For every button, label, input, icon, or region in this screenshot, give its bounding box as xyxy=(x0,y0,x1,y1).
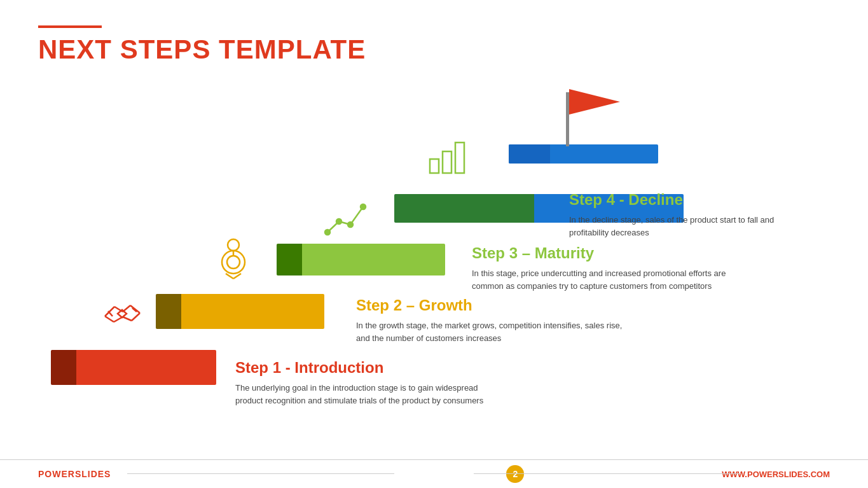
step4-bar-dark xyxy=(394,194,534,223)
handshake-icon xyxy=(99,294,146,335)
step1-label: Step 1 - Introduction The underlying goa… xyxy=(235,359,502,407)
step3-bar xyxy=(277,244,445,275)
header-accent-line xyxy=(38,25,102,28)
svg-point-18 xyxy=(325,230,330,235)
step4-description: In the decline stage, sales of the produ… xyxy=(569,214,798,239)
step2-description: In the growth stage, the market grows, c… xyxy=(356,319,630,344)
step3-title: Step 3 – Maturity xyxy=(472,244,752,262)
step1-title: Step 1 - Introduction xyxy=(235,359,502,377)
step3-bar-main xyxy=(302,244,445,275)
step2-title: Step 2 – Growth xyxy=(356,296,630,314)
page-title: NEXT STEPS TEMPLATE xyxy=(38,34,366,65)
step2-bar xyxy=(156,294,324,329)
footer-line-right xyxy=(474,473,741,475)
bar-chart-icon xyxy=(425,134,476,178)
step1-bar-dark xyxy=(51,350,76,385)
platform-dark-block xyxy=(509,144,550,164)
step4-title: Step 4 - Decline xyxy=(569,191,798,209)
title-part2: TEMPLATE xyxy=(219,34,366,64)
brand-part1: POWER xyxy=(38,469,75,479)
brand-part2: SLIDES xyxy=(75,469,111,479)
svg-point-20 xyxy=(348,222,353,227)
step4-label: Step 4 - Decline In the decline stage, s… xyxy=(569,191,798,239)
brand-name: POWERSLIDES xyxy=(38,469,111,479)
step1-description: The underlying goal in the introduction … xyxy=(235,382,502,407)
step2-bar-main xyxy=(181,294,324,329)
footer-line-left xyxy=(127,473,394,475)
step1-bar xyxy=(51,350,216,385)
step3-label: Step 3 – Maturity In this stage, price u… xyxy=(472,244,752,292)
title-part1: NEXT STEPS xyxy=(38,34,219,64)
person-target-icon xyxy=(213,235,254,286)
svg-line-5 xyxy=(132,313,140,321)
svg-line-4 xyxy=(130,305,140,313)
svg-line-8 xyxy=(105,316,114,322)
svg-rect-24 xyxy=(455,143,464,173)
svg-rect-23 xyxy=(443,151,451,173)
website-url: WWW.POWERSLIDES.COM xyxy=(722,470,830,479)
svg-point-12 xyxy=(228,239,239,251)
svg-rect-22 xyxy=(430,159,439,173)
svg-line-1 xyxy=(105,307,114,316)
page-number: 2 xyxy=(506,465,524,483)
svg-line-16 xyxy=(226,274,233,279)
line-chart-icon xyxy=(321,197,372,242)
flag-icon xyxy=(569,89,626,127)
svg-point-21 xyxy=(361,204,366,209)
step3-description: In this stage, price undercutting and in… xyxy=(472,267,752,292)
step1-bar-main xyxy=(76,350,216,385)
step2-label: Step 2 – Growth In the growth stage, the… xyxy=(356,296,630,344)
header: NEXT STEPS TEMPLATE xyxy=(38,25,366,65)
svg-point-14 xyxy=(227,256,240,268)
svg-point-19 xyxy=(336,219,341,224)
svg-line-17 xyxy=(233,274,241,279)
svg-marker-0 xyxy=(569,89,620,115)
svg-line-6 xyxy=(123,317,132,321)
step2-bar-dark xyxy=(156,294,181,329)
step3-bar-dark xyxy=(277,244,302,275)
